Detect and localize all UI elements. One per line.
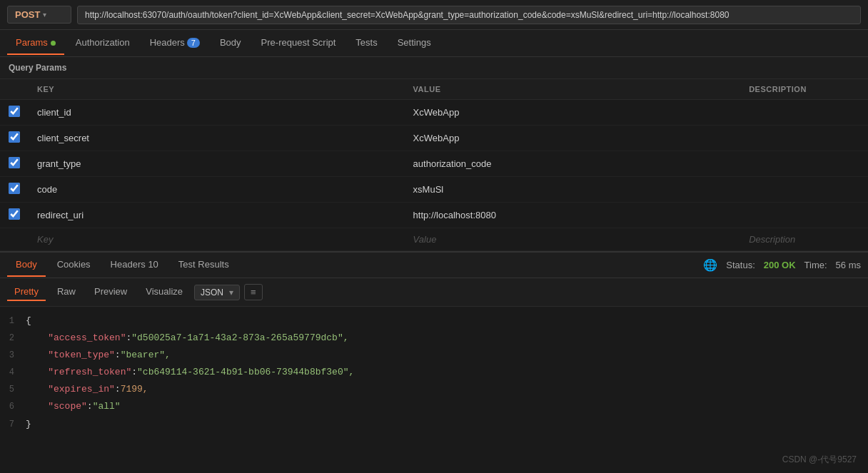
wrap-button[interactable]: ≡: [244, 284, 263, 300]
param-checkbox-2[interactable]: [9, 157, 20, 168]
method-selector[interactable]: POST ▾: [7, 6, 71, 24]
format-chevron-icon: ▾: [229, 288, 233, 297]
json-key: "token_type": [48, 347, 115, 363]
response-tab-body[interactable]: Body: [7, 253, 46, 277]
json-value: 7199,: [121, 382, 148, 397]
table-placeholder-row: Key Value Description: [0, 228, 868, 251]
status-label: Status:: [726, 260, 755, 270]
params-dot: [51, 41, 56, 46]
format-selector[interactable]: JSON ▾: [194, 285, 240, 300]
tab-params[interactable]: Params: [7, 31, 64, 55]
json-value: "bearer",: [121, 347, 171, 363]
param-desc: [740, 151, 868, 177]
query-params-label: Query Params: [0, 57, 868, 79]
json-line: 6 "scope": "all": [0, 398, 868, 415]
param-checkbox-3[interactable]: [9, 183, 20, 194]
response-tab-cookies[interactable]: Cookies: [49, 253, 99, 277]
placeholder-key[interactable]: Key: [29, 228, 405, 251]
line-number: 5: [0, 382, 26, 397]
tab-settings[interactable]: Settings: [389, 31, 440, 55]
param-key: redirect_uri: [29, 203, 405, 228]
table-row: grant_type authorization_code: [0, 151, 868, 177]
tab-tests[interactable]: Tests: [347, 31, 385, 55]
param-key: client_id: [29, 100, 405, 126]
json-brace: }: [26, 417, 31, 432]
param-value: XcWebApp: [405, 100, 741, 126]
placeholder-value[interactable]: Value: [405, 228, 741, 251]
params-table-header: KEY VALUE DESCRIPTION: [0, 79, 868, 100]
checkbox-cell[interactable]: [0, 151, 29, 177]
param-checkbox-4[interactable]: [9, 208, 20, 220]
checkbox-cell[interactable]: [0, 177, 29, 203]
checkbox-cell[interactable]: [0, 126, 29, 151]
col-checkbox: [0, 79, 29, 100]
status-value: 200 OK: [764, 260, 796, 270]
url-bar: POST ▾: [0, 0, 868, 30]
line-number: 6: [0, 400, 26, 414]
response-tab-testresults[interactable]: Test Results: [170, 253, 238, 277]
checkbox-cell[interactable]: [0, 100, 29, 126]
table-row: code xsMuSl: [0, 177, 868, 203]
param-desc: [740, 203, 868, 228]
pretty-tab[interactable]: Pretty: [7, 283, 46, 301]
col-value-header: VALUE: [405, 79, 741, 100]
visualize-tab[interactable]: Visualize: [138, 283, 190, 301]
line-number: 3: [0, 348, 26, 362]
tab-body[interactable]: Body: [211, 31, 250, 55]
preview-tab[interactable]: Preview: [87, 283, 134, 301]
json-value: "all": [93, 399, 121, 414]
line-number: 7: [0, 417, 26, 432]
method-label: POST: [15, 9, 40, 20]
placeholder-desc[interactable]: Description: [740, 228, 868, 251]
params-table: KEY VALUE DESCRIPTION client_id XcWebApp…: [0, 79, 868, 251]
json-content: 1{2 "access_token": "d50025a7-1a71-43a2-…: [0, 307, 868, 439]
param-checkbox-1[interactable]: [9, 131, 20, 143]
tab-authorization[interactable]: Authorization: [67, 31, 138, 55]
json-line: 7}: [0, 416, 868, 433]
checkbox-cell[interactable]: [0, 203, 29, 228]
time-value: 56 ms: [836, 260, 861, 270]
json-line: 2 "access_token": "d50025a7-1a71-43a2-87…: [0, 330, 868, 347]
tab-headers[interactable]: Headers7: [141, 31, 208, 55]
response-tab-headers[interactable]: Headers 10: [102, 253, 167, 277]
chevron-down-icon: ▾: [43, 11, 46, 19]
response-status-area: 🌐 Status: 200 OK Time: 56 ms: [703, 258, 861, 272]
table-row: redirect_uri http://localhost:8080: [0, 203, 868, 228]
param-value: XcWebApp: [405, 126, 741, 151]
param-desc: [740, 177, 868, 203]
param-key: code: [29, 177, 405, 203]
watermark: CSDN @-代号9527: [782, 454, 857, 466]
table-row: client_id XcWebApp: [0, 100, 868, 126]
json-line: 3 "token_type": "bearer",: [0, 347, 868, 364]
request-tabs-bar: Params Authorization Headers7 Body Pre-r…: [0, 30, 868, 57]
param-desc: [740, 126, 868, 151]
headers-badge: 7: [187, 38, 200, 48]
line-number: 4: [0, 365, 26, 380]
table-row: client_secret XcWebApp: [0, 126, 868, 151]
json-key: "refresh_token": [48, 365, 131, 380]
col-key-header: KEY: [29, 79, 405, 100]
tab-prerequest[interactable]: Pre-request Script: [253, 31, 345, 55]
raw-tab[interactable]: Raw: [50, 283, 83, 301]
json-key: "expires_in": [48, 382, 115, 397]
param-key: client_secret: [29, 126, 405, 151]
line-number: 1: [0, 314, 26, 328]
param-value: http://localhost:8080: [405, 203, 741, 228]
url-input[interactable]: [77, 6, 861, 24]
response-tabs-left: Body Cookies Headers 10 Test Results: [7, 253, 703, 277]
line-number: 2: [0, 331, 26, 345]
json-key: "access_token": [48, 330, 126, 346]
json-key: "scope": [48, 399, 87, 414]
json-brace: {: [26, 313, 31, 329]
json-line: 5 "expires_in": 7199,: [0, 381, 868, 398]
response-headers-badge: 10: [148, 259, 158, 270]
param-checkbox-0[interactable]: [9, 106, 20, 117]
param-value: xsMuSl: [405, 177, 741, 203]
response-toolbar: Pretty Raw Preview Visualize JSON ▾ ≡: [0, 278, 868, 307]
param-value: authorization_code: [405, 151, 741, 177]
param-key: grant_type: [29, 151, 405, 177]
time-label: Time:: [804, 260, 827, 270]
response-tabs-bar: Body Cookies Headers 10 Test Results 🌐 S…: [0, 251, 868, 278]
json-value: "d50025a7-1a71-43a2-873a-265a59779dcb",: [131, 330, 348, 346]
globe-icon: 🌐: [703, 258, 717, 272]
